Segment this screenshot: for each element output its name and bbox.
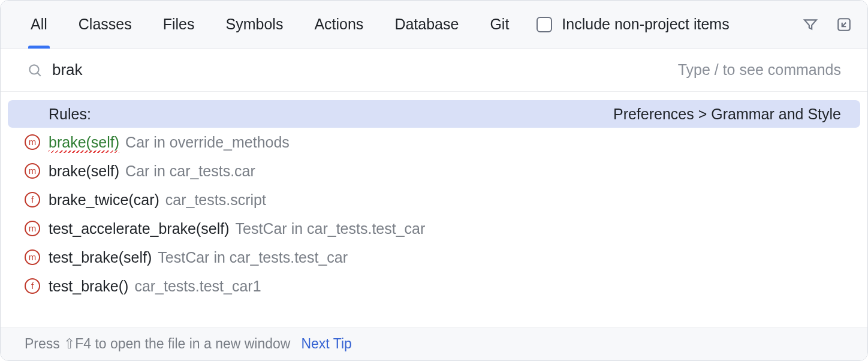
- result-row[interactable]: m brake(self) Car in override_methods: [1, 128, 867, 157]
- checkbox-box: [537, 17, 552, 32]
- search-row: Type / to see commands: [1, 49, 867, 92]
- next-tip-link[interactable]: Next Tip: [301, 336, 351, 352]
- toolbar-right: [801, 16, 853, 34]
- tab-actions[interactable]: Actions: [299, 1, 379, 49]
- method-icon: m: [25, 249, 40, 265]
- method-icon: m: [25, 221, 40, 236]
- search-hint: Type / to see commands: [666, 61, 841, 79]
- result-location: Car in car_tests.car: [125, 163, 255, 180]
- include-nonproject-label: Include non-project items: [562, 16, 729, 33]
- result-signature: test_brake(): [49, 278, 128, 295]
- spacer: [1, 92, 867, 100]
- result-location: Car in override_methods: [125, 134, 290, 151]
- result-location: car_tests.test_car1: [134, 278, 261, 295]
- result-header-left: Rules:: [49, 106, 91, 123]
- tab-classes[interactable]: Classes: [63, 1, 147, 49]
- footer: Press ⇧F4 to open the file in a new wind…: [1, 327, 867, 360]
- result-signature: brake_twice(car): [49, 191, 159, 209]
- footer-hint: Press ⇧F4 to open the file in a new wind…: [25, 336, 290, 352]
- result-location: car_tests.script: [165, 191, 266, 209]
- tab-git[interactable]: Git: [474, 1, 525, 49]
- tab-database[interactable]: Database: [379, 1, 474, 49]
- search-input[interactable]: [52, 61, 666, 79]
- search-icon: [27, 62, 43, 78]
- filter-icon[interactable]: [801, 16, 819, 34]
- function-icon: f: [25, 192, 40, 207]
- open-in-tool-window-icon[interactable]: [835, 16, 853, 34]
- result-signature: brake(self): [49, 134, 119, 151]
- results-list: Rules: Preferences > Grammar and Style m…: [1, 100, 867, 327]
- method-icon: m: [25, 134, 40, 150]
- tab-files[interactable]: Files: [147, 1, 210, 49]
- result-signature: test_brake(self): [49, 249, 152, 266]
- svg-point-1: [29, 65, 38, 74]
- result-row[interactable]: m test_accelerate_brake(self) TestCar in…: [1, 214, 867, 243]
- result-signature: test_accelerate_brake(self): [49, 220, 230, 237]
- search-everywhere-window: All Classes Files Symbols Actions Databa…: [0, 0, 868, 361]
- result-location: TestCar in car_tests.test_car: [158, 249, 348, 266]
- svg-line-2: [37, 73, 40, 76]
- include-nonproject-checkbox[interactable]: Include non-project items: [537, 16, 729, 33]
- result-location: TestCar in car_tests.test_car: [236, 220, 426, 237]
- result-row[interactable]: f brake_twice(car) car_tests.script: [1, 185, 867, 214]
- result-header-right: Preferences > Grammar and Style: [613, 106, 841, 123]
- method-icon: m: [25, 163, 40, 179]
- tab-bar: All Classes Files Symbols Actions Databa…: [1, 1, 867, 49]
- result-signature: brake(self): [49, 163, 119, 180]
- tab-all[interactable]: All: [15, 1, 63, 49]
- result-row[interactable]: m test_brake(self) TestCar in car_tests.…: [1, 243, 867, 272]
- function-icon: f: [25, 278, 40, 294]
- result-row[interactable]: m brake(self) Car in car_tests.car: [1, 157, 867, 185]
- result-row[interactable]: f test_brake() car_tests.test_car1: [1, 272, 867, 300]
- tab-symbols[interactable]: Symbols: [210, 1, 299, 49]
- result-header-row[interactable]: Rules: Preferences > Grammar and Style: [8, 100, 860, 128]
